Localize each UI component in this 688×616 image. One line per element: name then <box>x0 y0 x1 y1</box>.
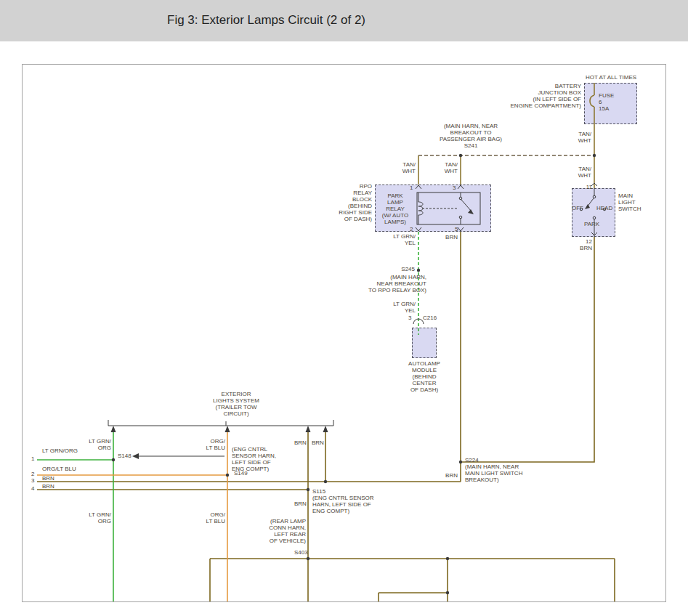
label-splice-s148: S148 <box>118 453 131 459</box>
figure-title: Fig 3: Exterior Lamps Circuit (2 of 2) <box>167 13 365 28</box>
label-org-lt-blu-bottom: ORG/ LT BLU <box>196 511 225 524</box>
label-eng-cntrl-harness: (ENG CNTRL SENSOR HARN, LEFT SIDE OF ENG… <box>232 446 276 472</box>
label-switch-off: OFF <box>572 205 583 211</box>
label-lt-grn-yel-upper: LT GRN/ YEL <box>387 233 416 246</box>
label-wire1-lt-grn-org: LT GRN/ORG <box>42 447 78 454</box>
label-brn-v3-top: BRN <box>294 439 307 446</box>
label-org-lt-blu-top: ORG/ LT BLU <box>196 438 225 451</box>
label-splice-s403: S403 <box>294 549 308 556</box>
label-tan-wht-pin1: TAN/ WHT <box>379 161 416 174</box>
label-brn-v4-top: BRN <box>312 439 324 446</box>
label-hot-at-all-times: HOT AT ALL TIMES <box>575 74 647 81</box>
label-relay-pin-2: 2 <box>410 226 413 232</box>
relay-symbol <box>416 185 480 231</box>
figure-header-bar: Fig 3: Exterior Lamps Circuit (2 of 2) <box>0 0 688 41</box>
label-c216-pin-3: 3 <box>408 315 411 321</box>
label-relay-pin-5: 5 <box>455 226 458 232</box>
label-wire4-brn: BRN <box>42 483 54 490</box>
label-tan-wht-switch: TAN/ WHT <box>555 166 591 179</box>
label-lt-grn-yel-lower: LT GRN/ YEL <box>387 301 416 314</box>
label-rear-lamp-harness: (REAR LAMP CONN HARN, LEFT REAR OF VEHIC… <box>248 518 306 544</box>
label-switch-park: PARK <box>584 221 599 227</box>
label-relay-pin-1: 1 <box>410 185 413 191</box>
label-tan-wht-fuse: TAN/ WHT <box>555 131 591 144</box>
label-tan-wht-pin3: TAN/ WHT <box>421 161 458 174</box>
wiring-diagram-canvas: HOT AT ALL TIMES BATTERY JUNCTION BOX (I… <box>22 64 666 602</box>
label-conn-pin-4: 4 <box>31 485 34 492</box>
label-splice-s115: S115 (ENG CNTRL SENSOR HARN, LEFT SIDE O… <box>312 488 374 514</box>
label-main-light-switch: MAIN LIGHT SWITCH <box>618 192 642 212</box>
label-autolamp-module: AUTOLAMP MODULE (BEHIND CENTER OF DASH) <box>395 360 453 393</box>
label-lt-grn-org-bottom: LT GRN/ ORG <box>82 511 111 524</box>
label-park-lamp-relay: PARK LAMP RELAY (W/ AUTO LAMPS) <box>376 192 415 225</box>
label-splice-s245: S245 <box>386 266 415 272</box>
label-relay-pin-3: 3 <box>453 185 456 191</box>
label-brn-s224: BRN <box>436 472 458 479</box>
wiring-svg <box>23 65 665 601</box>
label-wire3-brn: BRN <box>42 475 54 482</box>
label-conn-pin-3: 3 <box>31 477 34 484</box>
label-wire2-org-lt-blu: ORG/LT BLU <box>42 466 76 472</box>
label-switch-pin-12: 12 <box>580 238 592 245</box>
label-conn-pin-2: 2 <box>31 471 34 477</box>
brown-wires <box>37 232 615 601</box>
label-lt-grn-org-top: LT GRN/ ORG <box>82 438 111 451</box>
label-battery-junction-box: BATTERY JUNCTION BOX (IN LEFT SIDE OF EN… <box>429 83 581 109</box>
label-connector-c216: C216 <box>423 315 437 321</box>
label-splice-s241: (MAIN HARN, NEAR BREAKOUT TO PASSENGER A… <box>420 123 522 149</box>
label-switch-pin-11: 11 <box>580 184 592 190</box>
label-conn-pin-1: 1 <box>31 455 34 462</box>
label-exterior-lights-system: EXTERIOR LIGHTS SYSTEM (TRAILER TOW CIRC… <box>193 391 280 417</box>
label-brn-switch: BRN <box>570 245 592 251</box>
label-brn-relay: BRN <box>436 234 458 240</box>
label-fuse-6-15a: FUSE 6 15A <box>599 92 614 112</box>
label-switch-head: HEAD <box>596 205 612 211</box>
label-brn-v3-mid: BRN <box>294 500 307 507</box>
label-s245-description: (MAIN HARN, NEAR BREAKOUT TO RPO RELAY B… <box>354 274 426 293</box>
label-splice-s224: S224 (MAIN HARN, NEAR MAIN LIGHT SWITCH … <box>465 457 522 483</box>
label-rpo-relay-block: RPO RELAY BLOCK (BEHIND RIGHT SIDE OF DA… <box>299 183 372 222</box>
label-splice-s149: S149 <box>234 470 248 477</box>
